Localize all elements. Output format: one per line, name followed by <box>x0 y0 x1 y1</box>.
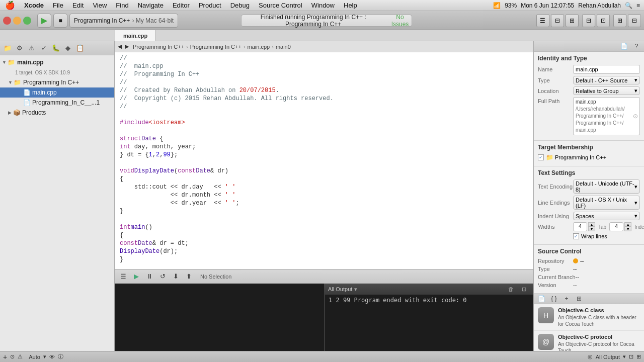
bottom-refresh-btn[interactable]: ↺ <box>157 272 168 282</box>
sidebar-source-btn[interactable]: ⚙ <box>14 43 25 53</box>
breadcrumb-part-0[interactable]: Programming In C++ <box>133 44 184 50</box>
menu-view[interactable]: View <box>92 2 108 9</box>
sidebar-item-prog-file[interactable]: 📄 Programming_In_C__...1 <box>0 98 114 108</box>
name-input[interactable]: main.cpp <box>573 65 640 74</box>
rp-quick-btn[interactable]: ? <box>631 41 642 51</box>
navigator-toggle-btn[interactable]: ☰ <box>536 14 549 27</box>
sidebar-item-group[interactable]: ▼ 📁 Programming In C++ <box>0 77 114 87</box>
debug-toggle-btn[interactable]: ⊟ <box>551 14 564 27</box>
rp-file2-btn[interactable]: 📄 <box>536 294 547 304</box>
search-icon[interactable]: 🔍 <box>625 2 632 9</box>
sidebar-log-btn[interactable]: 📋 <box>74 43 86 53</box>
rp-plus-btn[interactable]: + <box>561 294 572 304</box>
utility-toggle-btn[interactable]: ⊞ <box>613 14 626 27</box>
tab-width-down[interactable]: ▼ <box>588 227 595 231</box>
editor-standard-btn[interactable]: ⊞ <box>566 14 579 27</box>
indent-dropdown[interactable]: Spaces▾ <box>573 212 640 220</box>
status-output-chevron[interactable]: ▾ <box>623 353 626 360</box>
stop-button[interactable]: ■ <box>53 14 67 28</box>
bottom-down-btn[interactable]: ⬇ <box>170 272 181 282</box>
status-nav-btn[interactable]: ⊙ <box>10 353 15 360</box>
lineendings-dropdown[interactable]: Default - OS X / Unix (LF)▾ <box>573 196 640 210</box>
status-plus-btn[interactable]: + <box>3 353 7 361</box>
target-checkbox[interactable] <box>538 154 544 160</box>
indent-width-down[interactable]: ▼ <box>624 227 631 231</box>
file-tab-main-cpp[interactable]: main.cpp <box>115 30 156 41</box>
status-warning-btn[interactable]: ⚠ <box>18 353 23 360</box>
editor-assistant-btn[interactable]: ⊟ <box>582 14 595 27</box>
menu-product[interactable]: Product <box>198 2 222 9</box>
menu-window[interactable]: Window <box>310 2 336 9</box>
menu-help[interactable]: Help <box>343 2 358 9</box>
editor-console-panel[interactable] <box>115 284 324 362</box>
type-dropdown[interactable]: Default - C++ Source▾ <box>573 76 640 84</box>
apple-menu[interactable]: 🍎 <box>4 1 16 10</box>
menu-icon[interactable]: ≡ <box>636 2 640 9</box>
output-split-btn[interactable]: ⊡ <box>518 284 529 294</box>
wrap-checkbox[interactable] <box>573 233 579 239</box>
fullpath-reveal-icon[interactable]: ⊙ <box>633 112 638 121</box>
menu-file[interactable]: File <box>52 2 64 9</box>
indent-width-up[interactable]: ▲ <box>624 222 631 227</box>
breadcrumb-forward-btn[interactable]: ▶ <box>125 43 129 50</box>
editor-version-btn[interactable]: ⊡ <box>597 14 610 27</box>
rp-file-btn[interactable]: 📄 <box>618 41 629 51</box>
inspector-toggle-btn[interactable]: ⊟ <box>628 14 641 27</box>
bottom-sidebar-btn[interactable]: ☰ <box>118 272 129 282</box>
bottom-up-btn[interactable]: ⬆ <box>183 272 194 282</box>
sidebar-item-products[interactable]: ▶ 📦 Products <box>0 108 114 118</box>
output-text: 1 2 99 Program ended with exit code: 0 <box>329 297 467 304</box>
status-eye-btn[interactable]: 👁 <box>49 354 55 360</box>
code-line: // main.cpp <box>115 62 533 70</box>
breadcrumb-part-1[interactable]: Programming In C++ <box>190 44 242 50</box>
menu-editor[interactable]: Editor <box>172 2 191 9</box>
menu-find[interactable]: Find <box>115 2 129 9</box>
sidebar-warning-btn[interactable]: ⚠ <box>26 43 37 53</box>
sidebar-item-main-cpp[interactable]: 📄 main.cpp <box>0 87 114 98</box>
sidebar-breakpoint-btn[interactable]: ◆ <box>62 43 73 53</box>
breadcrumb-part-3[interactable]: main0 <box>276 44 291 50</box>
breadcrumb-sep-0: › <box>186 44 188 50</box>
sidebar-toolbar: 📁 ⚙ ⚠ ✓ 🐛 ◆ 📋 <box>0 41 114 55</box>
status-info-btn[interactable]: ⓘ <box>58 353 63 360</box>
tab-width-up[interactable]: ▲ <box>588 222 595 227</box>
rp-code-btn[interactable]: { } <box>548 294 559 304</box>
window-minimize-btn[interactable] <box>13 17 21 25</box>
menu-xcode[interactable]: Xcode <box>23 2 45 9</box>
location-dropdown[interactable]: Relative to Group▾ <box>573 86 640 95</box>
window-close-btn[interactable] <box>3 17 11 25</box>
code-editor[interactable]: // // main.cpp // Programming In C++ // … <box>115 52 533 269</box>
code-line: // <box>115 103 533 111</box>
file-main-cpp: main.cpp <box>32 89 57 96</box>
menu-source-control[interactable]: Source Control <box>258 2 303 9</box>
run-button[interactable]: ▶ <box>37 14 51 28</box>
auto-chevron[interactable]: ▾ <box>43 353 46 360</box>
menu-navigate[interactable]: Navigate <box>137 2 165 9</box>
tab-width-input[interactable]: 4 <box>573 222 587 231</box>
sidebar-test-btn[interactable]: ✓ <box>38 43 49 53</box>
toolbar: ▶ ■ Programming In C++ › My Mac 64-bit F… <box>0 11 644 30</box>
status-encoding-btn[interactable]: ◎ <box>588 353 593 360</box>
status-layout-btn[interactable]: ⊞ <box>636 353 641 360</box>
indent-width-input[interactable]: 4 <box>609 222 623 231</box>
code-line: } <box>115 207 533 215</box>
breadcrumb-back-btn[interactable]: ◀ <box>118 43 122 50</box>
breadcrumb-part-2[interactable]: main.cpp <box>248 44 270 50</box>
editor-area: // // main.cpp // Programming In C++ // … <box>115 52 533 362</box>
output-clear-btn[interactable]: 🗑 <box>505 284 516 294</box>
status-right: ◎ All Output ▾ ⊡ ⊞ <box>588 353 641 360</box>
status-split-btn[interactable]: ⊡ <box>629 353 633 360</box>
menu-debug[interactable]: Debug <box>229 2 251 9</box>
sidebar-item-project-header[interactable]: ▼ 📁 main.cpp <box>0 57 114 67</box>
template-objc-class[interactable]: H Objective-C class An Objective-C class… <box>534 304 644 331</box>
scheme-selector[interactable]: Programming In C++ › My Mac 64-bit <box>69 14 178 28</box>
sidebar-folder-btn[interactable]: 📁 <box>2 43 13 53</box>
bottom-play-btn[interactable]: ▶ <box>131 272 142 282</box>
code-line <box>115 111 533 119</box>
rp-grid-btn[interactable]: ⊞ <box>574 294 585 304</box>
menu-edit[interactable]: Edit <box>71 2 85 9</box>
window-zoom-btn[interactable] <box>23 17 31 25</box>
sidebar-debug-btn[interactable]: 🐛 <box>50 43 61 53</box>
bottom-pause-btn[interactable]: ⏸ <box>144 272 155 282</box>
encoding-dropdown[interactable]: Default - Unicode (UTF-8)▾ <box>573 179 640 194</box>
